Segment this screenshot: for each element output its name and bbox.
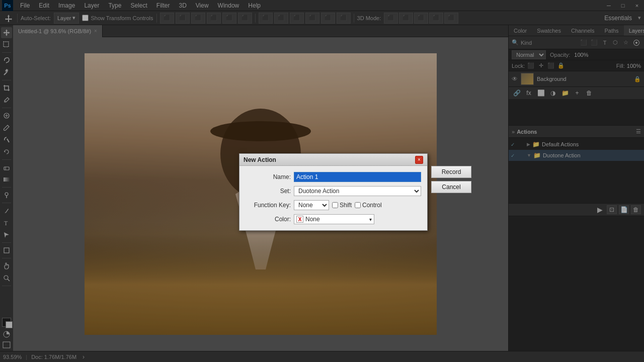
color-select-display[interactable]: X None ▾ — [294, 214, 374, 224]
cancel-button[interactable]: Cancel — [431, 181, 471, 193]
name-row: Name: — [246, 172, 421, 182]
shift-checkbox[interactable] — [332, 202, 338, 208]
set-label: Set: — [246, 188, 291, 195]
function-key-label: Function Key: — [246, 202, 291, 209]
record-button[interactable]: Record — [431, 166, 471, 178]
set-select[interactable]: Duotone Action — [294, 186, 421, 196]
control-checkbox[interactable] — [355, 202, 361, 208]
color-value: None — [305, 216, 320, 223]
color-chevron[interactable]: ▾ — [369, 217, 372, 222]
control-checkbox-label[interactable]: Control — [355, 202, 382, 209]
dialog-body: Name: Set: Duotone Action Function Key: … — [239, 166, 427, 230]
dialog-title: New Action — [244, 156, 415, 163]
shift-checkbox-label[interactable]: Shift — [332, 202, 352, 209]
name-input[interactable] — [294, 172, 421, 182]
control-label: Control — [362, 202, 382, 209]
function-key-select[interactable]: None F1 F2 — [294, 200, 329, 210]
color-x-icon: X — [296, 216, 303, 223]
close-x-icon: × — [418, 157, 421, 162]
color-row: Color: X None ▾ — [246, 214, 421, 224]
dialog-close-button[interactable]: × — [415, 156, 423, 164]
shift-label: Shift — [340, 202, 352, 209]
dialog-titlebar: New Action × — [239, 154, 427, 166]
dialog-buttons: Record Cancel — [431, 166, 471, 193]
set-row: Set: Duotone Action — [246, 186, 421, 196]
color-label: Color: — [246, 216, 291, 223]
function-key-row: Function Key: None F1 F2 Shift Control — [246, 200, 421, 210]
dialog-overlay: New Action × Name: Set: Duotone Action F… — [0, 0, 644, 362]
new-action-dialog: New Action × Name: Set: Duotone Action F… — [239, 153, 428, 231]
name-label: Name: — [246, 173, 291, 180]
